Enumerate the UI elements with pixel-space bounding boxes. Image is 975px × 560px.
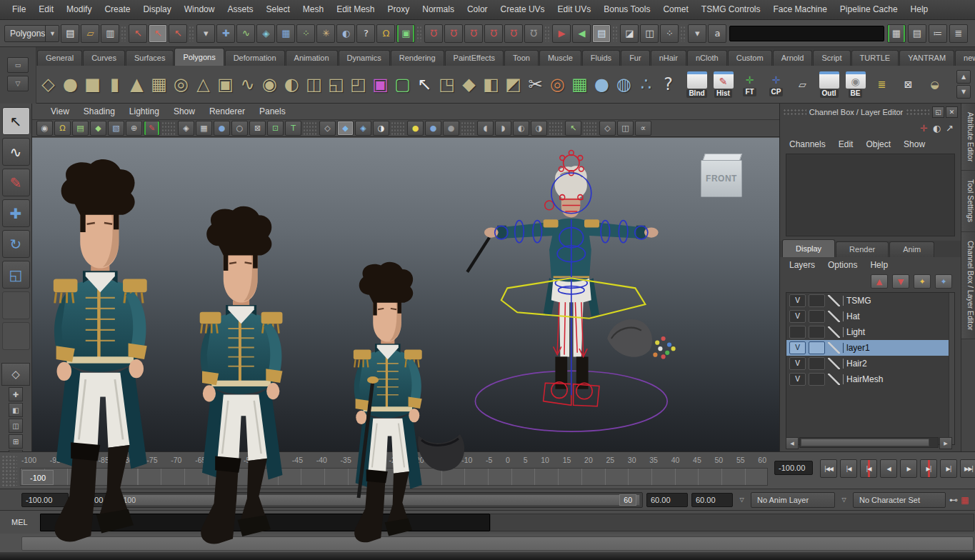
layer-name[interactable]: HairMesh [843, 374, 883, 384]
shelf-tab[interactable]: General [37, 50, 82, 66]
shelf-tab[interactable]: new [955, 50, 975, 66]
group-divider[interactable] [544, 26, 551, 41]
construction-history-icon[interactable]: ▤ [592, 24, 611, 43]
timeline-tick-label[interactable]: 25 [606, 454, 614, 466]
menubar-item[interactable]: Normals [416, 0, 461, 19]
road-icon[interactable]: ≣ [869, 68, 895, 101]
sculpt-tool-icon[interactable]: ◐ [281, 70, 303, 99]
timeline-tick-label[interactable]: -95 [50, 454, 61, 466]
pop-out-icon[interactable]: ◱ [932, 106, 944, 118]
layer-list-scrollbar[interactable] [949, 293, 954, 444]
layer-visibility-toggle[interactable] [789, 326, 806, 339]
scroll-right-icon[interactable]: ▶ [939, 437, 952, 449]
target-weld-icon[interactable]: ◎ [546, 70, 569, 99]
menubar-item[interactable]: Window [178, 0, 221, 19]
layer-visibility-toggle[interactable]: V [789, 310, 806, 323]
snap-to-points-icon[interactable]: ℧ [464, 24, 483, 43]
timeline-tick-label[interactable]: -65 [195, 454, 206, 466]
hscroll-track[interactable] [799, 437, 939, 448]
menubar-item[interactable]: Edit Mesh [330, 0, 381, 19]
layer-name[interactable]: layer1 [843, 343, 870, 353]
timeline-tick-label[interactable]: -25 [389, 454, 399, 466]
shelf-scroll-down-icon[interactable]: ▼ [956, 85, 971, 99]
timeline-tick-label[interactable]: 35 [649, 454, 658, 466]
menubar-item[interactable]: Create [98, 0, 136, 19]
smooth-shade-icon[interactable]: ◆ [337, 121, 354, 136]
textured-icon[interactable]: ◈ [355, 121, 371, 136]
select-handles-icon[interactable]: ✚ [216, 24, 235, 43]
layer-display-type-box[interactable] [809, 310, 825, 323]
shelf-tab[interactable]: Curves [83, 50, 125, 66]
side-panel-tab[interactable]: Channel Box / Layer Editor [961, 232, 975, 340]
timeline-tick-label[interactable]: -80 [122, 454, 133, 466]
layer-row[interactable]: Light [786, 324, 954, 340]
group-divider[interactable] [303, 121, 318, 135]
animation-start-field[interactable]: -100.00 [72, 493, 111, 507]
character-set-dropdown-arrow-icon[interactable]: ▽ [839, 494, 849, 506]
group-divider[interactable] [391, 121, 406, 135]
layer-editor-tab[interactable]: Display [782, 239, 835, 257]
layer-move-up-icon[interactable]: ▲ [871, 274, 888, 289]
rotate-tool[interactable]: ↻ [2, 230, 30, 258]
isolate-select-icon[interactable]: ◈ [178, 121, 194, 136]
play-forwards-button[interactable]: ▶ [900, 459, 917, 478]
go-to-end-button[interactable]: ▶▶| [960, 459, 975, 478]
layer-row[interactable]: V Hair2 [786, 356, 954, 371]
selection-cursor-icon[interactable]: ↖ [414, 70, 436, 99]
shelf-tab[interactable]: Fur [621, 50, 650, 66]
playback-start-field[interactable]: -100.00 [21, 493, 69, 507]
step-forward-key-button[interactable]: ▶| [920, 459, 937, 478]
scroll-left-icon[interactable]: ◀ [786, 437, 799, 449]
save-scene-icon[interactable]: ▥ [101, 24, 119, 43]
timeline-tick-label[interactable]: 45 [693, 454, 701, 466]
select-joints-icon[interactable]: ⁘ [296, 24, 315, 43]
layer-name[interactable]: Hair2 [843, 359, 867, 369]
menubar-item[interactable]: Edit [32, 0, 60, 19]
shelf-tab[interactable]: Dynamics [339, 50, 390, 66]
menubar-item[interactable]: Pipeline Cache [834, 0, 904, 19]
shelf-tab[interactable]: Rendering [391, 50, 444, 66]
create-empty-layer-icon[interactable]: ✦ [914, 274, 931, 289]
motion-blur-icon[interactable]: ◐ [513, 121, 529, 136]
lock-camera-icon[interactable]: Ω [54, 121, 71, 136]
step-forward-frame-button[interactable]: ▶| [940, 459, 957, 478]
go-to-start-button[interactable]: |◀◀ [820, 459, 837, 478]
menubar-item[interactable]: Face Machine [766, 0, 833, 19]
grease-pencil-icon[interactable]: ✎ [144, 121, 160, 136]
paint-select-tool[interactable]: ✎ [2, 169, 30, 196]
menubar-item[interactable]: Modify [60, 0, 98, 19]
timeline-tick-label[interactable]: -55 [244, 454, 254, 466]
select-curves-icon[interactable]: ∿ [236, 24, 255, 43]
layer-display-type-box[interactable] [809, 341, 825, 354]
layer-move-down-icon[interactable]: ▼ [892, 274, 909, 289]
panel-grip[interactable] [906, 109, 929, 116]
viewport-menu-item[interactable]: Show [166, 104, 202, 119]
layer-row[interactable]: V TSMG [786, 293, 954, 309]
timeline-tick-label[interactable]: -40 [316, 454, 327, 466]
menubar-item[interactable]: Proxy [381, 0, 416, 19]
timeline-tick-label[interactable]: -50 [268, 454, 279, 466]
step-back-frame-button[interactable]: |◀ [840, 459, 857, 478]
timeline-tick-label[interactable]: -45 [292, 454, 303, 466]
shelf-menu-arrow-icon[interactable]: ▽ [7, 76, 29, 91]
snap-to-view-planes-icon[interactable]: ℧ [504, 24, 523, 43]
timeline-tick-label[interactable]: 15 [563, 454, 571, 466]
poly-pipe-icon[interactable]: ▣ [214, 70, 236, 99]
scale-tool[interactable]: ◱ [2, 261, 30, 289]
channel-box-menu-item[interactable]: Show [897, 135, 931, 154]
timeline-tick-label[interactable]: -90 [74, 454, 85, 466]
timeline-tick-label[interactable]: 10 [541, 454, 549, 466]
layer-editor-tab[interactable]: Anim [889, 241, 934, 257]
mirror-geometry-icon[interactable]: ◫ [303, 70, 325, 99]
menubar-item[interactable]: Select [259, 0, 296, 19]
timeline-track[interactable]: -100 [20, 468, 768, 486]
viewport-menu-item[interactable]: Renderer [202, 104, 252, 119]
layer-row[interactable]: V Hat [786, 309, 954, 324]
layer-display-type-box[interactable] [809, 326, 825, 339]
two-d-pan-zoom-icon[interactable]: ⊕ [126, 121, 142, 136]
layer-editor-menu-item[interactable]: Layers [783, 256, 821, 275]
select-tool[interactable]: ↖ [2, 107, 30, 135]
select-camera-icon[interactable]: ◉ [36, 121, 53, 136]
snap-to-curves-icon[interactable]: ℧ [444, 24, 463, 43]
chevron-down-icon[interactable]: ▼ [45, 26, 59, 41]
